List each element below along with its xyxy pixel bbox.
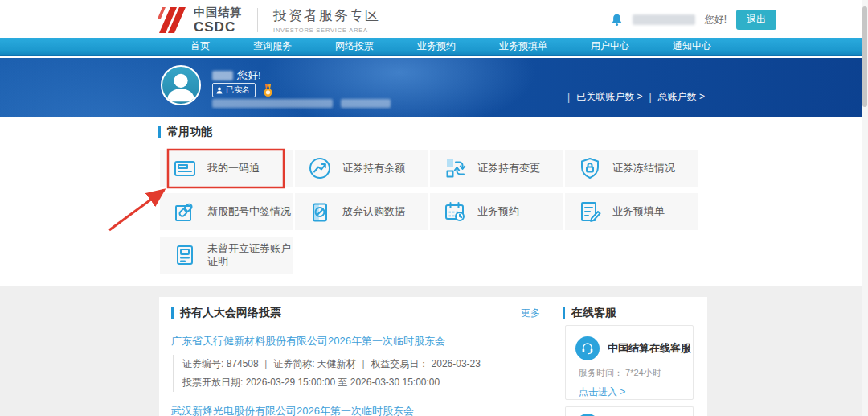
linked-accounts-link[interactable]: 已关联账户数 > <box>576 90 642 104</box>
verified-badge: 已实名 <box>212 83 256 97</box>
verified-person-icon <box>216 87 223 94</box>
service-card-title: 中国结算在线客服 <box>608 341 691 356</box>
func-card-frozen-securities[interactable]: 证券冻结情况 <box>565 150 698 187</box>
banner-account-links: | 已关联账户数 > | 总账户数 > <box>567 90 705 104</box>
section-accent-bar <box>563 307 565 319</box>
avatar-person-icon <box>162 67 199 104</box>
service-hours: 服务时间： 7*24小时 <box>579 367 693 379</box>
online-service-card: 中国结算在线客服 服务时间： 7*24小时 点击进入 > <box>565 325 694 400</box>
nav-item-appointment[interactable]: 业务预约 <box>395 38 477 55</box>
func-card-preform[interactable]: 业务预填单 <box>565 193 698 230</box>
headset-icon <box>580 341 595 356</box>
banner-greeting: 您好! <box>237 68 261 83</box>
verified-badge-label: 已实名 <box>226 84 250 96</box>
abandon-subscription-icon <box>307 199 333 224</box>
nav-item-query-service[interactable]: 查询服务 <box>231 38 313 55</box>
func-card-label: 证券持有余额 <box>342 162 405 175</box>
section-accent-bar <box>171 307 174 319</box>
online-service-card-partial <box>565 406 694 416</box>
preform-edit-icon <box>577 199 603 224</box>
vote-item-title-1[interactable]: 广东省天行健新材料股份有限公司2026年第一次临时股东会 <box>171 334 445 348</box>
func-card-label: 新股配号中签情况 <box>207 205 291 218</box>
nav-item-user-center[interactable]: 用户中心 <box>569 38 651 55</box>
logo-divider <box>257 8 258 32</box>
common-functions-title: 常用功能 <box>167 125 212 139</box>
scrollbar-track[interactable] <box>862 0 868 416</box>
vote-item-meta: 证券编号: 874508 ｜ 证券简称: 天健新材 ｜ 权益交易日： 2026-… <box>173 355 481 392</box>
csdc-logo-text: 中国结算 CSDC <box>194 6 242 34</box>
blurred-id-number <box>212 99 333 108</box>
voting-section-header: 持有人大会网络投票 <box>171 306 281 320</box>
banner-links-divider: | <box>567 92 570 103</box>
banner-id-row <box>212 99 391 108</box>
func-card-appointment[interactable]: 业务预约 <box>430 193 563 230</box>
func-card-holdings-balance[interactable]: 证券持有余额 <box>295 150 428 187</box>
func-card-label: 未曾开立证券账户证明 <box>207 242 293 269</box>
banner-name-row: 您好! <box>212 68 261 83</box>
vote-item-meta-line2: 投票开放日期: 2026-03-29 15:00:00 至 2026-03-30… <box>182 373 481 392</box>
banner-badge-row: 已实名 <box>212 83 274 97</box>
onecode-card-icon <box>172 155 198 181</box>
more-link[interactable]: 更多 <box>521 307 540 320</box>
section-accent-bar <box>158 126 161 138</box>
logo-en-text: CSDC <box>194 20 242 34</box>
site-title: 投资者服务专区 <box>273 6 380 25</box>
func-card-label: 证券持有变更 <box>477 162 540 175</box>
site-title-block: 投资者服务专区 INVESTORS SERVICE AREA <box>273 6 380 34</box>
func-card-label: 我的一码通 <box>207 162 260 175</box>
top-header: 中国结算 CSDC 投资者服务专区 INVESTORS SERVICE AREA… <box>0 0 868 38</box>
logo-cn-text: 中国结算 <box>194 6 242 20</box>
header-user-area: 您好! 退出 <box>611 10 776 30</box>
user-banner: 您好! 已实名 | 已关联账户数 > | <box>0 58 868 117</box>
avatar <box>161 65 201 105</box>
service-section-header: 在线客服 <box>563 306 616 320</box>
banner-links-divider2: | <box>649 92 651 103</box>
nav-item-online-voting[interactable]: 网络投票 <box>313 38 395 55</box>
medal-icon <box>262 84 274 97</box>
vote-list-divider <box>171 393 542 393</box>
main-nav: 首页 查询服务 网络投票 业务预约 业务预填单 用户中心 通知中心 <box>0 38 868 56</box>
notification-bell-icon[interactable] <box>611 13 623 27</box>
voting-section-title: 持有人大会网络投票 <box>180 306 281 320</box>
blurred-banner-name <box>212 71 233 80</box>
scrollbar-thumb[interactable] <box>862 6 867 107</box>
blurred-id-extra <box>341 99 391 108</box>
site-subtitle: INVESTORS SERVICE AREA <box>273 27 380 34</box>
csdc-logo-icon <box>158 7 186 33</box>
ipo-lottery-link-icon <box>172 199 198 224</box>
shield-lock-icon <box>577 155 603 181</box>
service-card-title-row: 中国结算在线客服 <box>566 326 693 360</box>
investor-service-page: 中国结算 CSDC 投资者服务专区 INVESTORS SERVICE AREA… <box>0 0 868 416</box>
csdc-logo: 中国结算 CSDC 投资者服务专区 INVESTORS SERVICE AREA <box>158 6 380 34</box>
no-account-certificate-icon <box>172 242 198 268</box>
func-card-my-onecode[interactable]: 我的一码通 <box>160 150 293 187</box>
func-card-label: 业务预填单 <box>612 205 665 218</box>
func-card-holdings-change[interactable]: 证券持有变更 <box>430 150 563 187</box>
service-section-title: 在线客服 <box>571 306 616 320</box>
func-card-label: 证券冻结情况 <box>612 162 675 175</box>
nav-items: 首页 查询服务 网络投票 业务预约 业务预填单 用户中心 通知中心 <box>169 38 733 55</box>
function-grid: 我的一码通 证券持有余额 证券持有变更 <box>160 150 698 274</box>
func-card-label: 业务预约 <box>477 205 519 218</box>
header-greeting: 您好! <box>705 13 727 27</box>
func-card-label: 放弃认购数据 <box>342 205 405 218</box>
func-card-ipo-lottery[interactable]: 新股配号中签情况 <box>160 193 293 230</box>
func-card-no-account-certificate[interactable]: 未曾开立证券账户证明 <box>160 237 293 274</box>
headset-icon-circle <box>575 336 600 360</box>
service-enter-link[interactable]: 点击进入 > <box>579 385 625 399</box>
holdings-balance-icon <box>307 155 333 181</box>
calendar-appointment-icon <box>442 199 468 224</box>
holdings-change-icon <box>442 155 468 181</box>
nav-item-preform[interactable]: 业务预填单 <box>477 38 569 55</box>
nav-item-home[interactable]: 首页 <box>169 38 231 55</box>
vote-item-meta-line1: 证券编号: 874508 ｜ 证券简称: 天健新材 ｜ 权益交易日： 2026-… <box>182 355 481 373</box>
nav-item-notice-center[interactable]: 通知中心 <box>651 38 733 55</box>
logout-button[interactable]: 退出 <box>736 10 776 30</box>
column-divider <box>555 306 555 416</box>
total-accounts-link[interactable]: 总账户数 > <box>658 90 705 104</box>
func-card-abandon-subscription[interactable]: 放弃认购数据 <box>295 193 428 230</box>
common-functions-header: 常用功能 <box>158 125 212 139</box>
blurred-username <box>633 14 695 25</box>
highlight-arrow <box>109 190 164 230</box>
vote-item-title-2[interactable]: 武汉新烽光电股份有限公司2026年第一次临时股东会 <box>171 404 414 416</box>
